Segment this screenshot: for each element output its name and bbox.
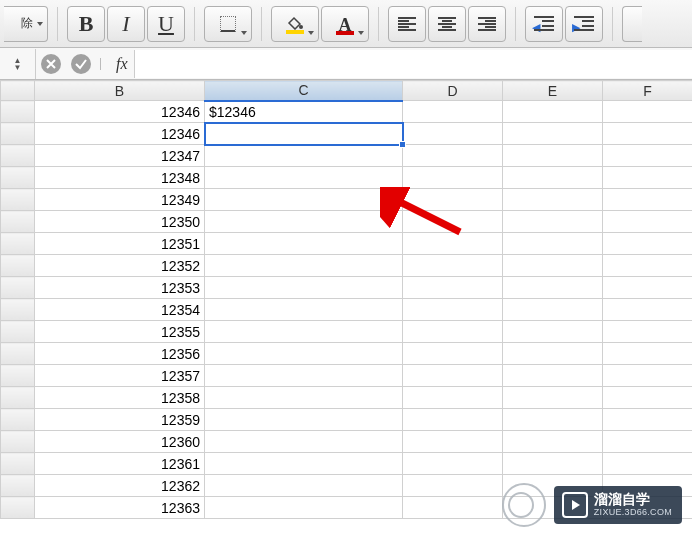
cell[interactable]: 12353 xyxy=(35,277,205,299)
cell[interactable] xyxy=(503,233,603,255)
cell[interactable] xyxy=(403,123,503,145)
cell[interactable] xyxy=(205,211,403,233)
cell[interactable] xyxy=(503,211,603,233)
cell[interactable] xyxy=(403,321,503,343)
cell[interactable] xyxy=(503,189,603,211)
row-header[interactable] xyxy=(1,189,35,211)
cell[interactable]: 12356 xyxy=(35,343,205,365)
row-header[interactable] xyxy=(1,475,35,497)
cell[interactable] xyxy=(205,321,403,343)
cell[interactable] xyxy=(403,211,503,233)
cell[interactable]: 12348 xyxy=(35,167,205,189)
column-header[interactable]: E xyxy=(503,81,603,101)
cell[interactable]: 12347 xyxy=(35,145,205,167)
cell[interactable] xyxy=(603,409,693,431)
cell[interactable] xyxy=(403,343,503,365)
cell[interactable] xyxy=(205,453,403,475)
cell[interactable]: $12346 xyxy=(205,101,403,123)
increase-indent-button[interactable]: ▶ xyxy=(565,6,603,42)
cell[interactable] xyxy=(603,365,693,387)
align-right-button[interactable] xyxy=(468,6,506,42)
fill-handle[interactable] xyxy=(399,141,406,148)
cell[interactable] xyxy=(503,409,603,431)
cell[interactable] xyxy=(205,277,403,299)
cell[interactable] xyxy=(205,409,403,431)
cell[interactable]: 12346 xyxy=(35,101,205,123)
cell[interactable] xyxy=(403,387,503,409)
row-header[interactable] xyxy=(1,101,35,123)
column-header[interactable]: D xyxy=(403,81,503,101)
cell[interactable] xyxy=(603,211,693,233)
borders-dropdown[interactable] xyxy=(204,6,252,42)
cell[interactable]: 12358 xyxy=(35,387,205,409)
cell[interactable] xyxy=(503,145,603,167)
cell[interactable] xyxy=(403,101,503,123)
row-header[interactable] xyxy=(1,123,35,145)
cell[interactable] xyxy=(403,409,503,431)
align-center-button[interactable] xyxy=(428,6,466,42)
cell[interactable] xyxy=(403,453,503,475)
row-header[interactable] xyxy=(1,233,35,255)
row-header[interactable] xyxy=(1,277,35,299)
align-left-button[interactable] xyxy=(388,6,426,42)
cell[interactable]: 12357 xyxy=(35,365,205,387)
cell[interactable] xyxy=(603,167,693,189)
cell[interactable] xyxy=(403,145,503,167)
cell[interactable] xyxy=(205,145,403,167)
cell[interactable] xyxy=(603,343,693,365)
cell[interactable] xyxy=(603,189,693,211)
cell[interactable] xyxy=(603,453,693,475)
cell[interactable]: 12360 xyxy=(35,431,205,453)
fill-color-dropdown[interactable] xyxy=(271,6,319,42)
cell[interactable]: 12355 xyxy=(35,321,205,343)
cell[interactable] xyxy=(503,167,603,189)
confirm-button[interactable] xyxy=(66,50,96,78)
cell[interactable] xyxy=(205,167,403,189)
clear-dropdown[interactable]: 除 xyxy=(4,6,48,42)
underline-button[interactable]: U xyxy=(147,6,185,42)
row-header[interactable] xyxy=(1,343,35,365)
decrease-indent-button[interactable]: ◀ xyxy=(525,6,563,42)
cell[interactable] xyxy=(205,123,403,145)
cell[interactable] xyxy=(603,101,693,123)
cancel-button[interactable] xyxy=(36,50,66,78)
cell[interactable] xyxy=(403,497,503,519)
row-header[interactable] xyxy=(1,167,35,189)
cell[interactable] xyxy=(205,189,403,211)
cell[interactable] xyxy=(503,299,603,321)
formula-input[interactable] xyxy=(134,50,692,78)
cell[interactable] xyxy=(503,255,603,277)
column-header[interactable]: C xyxy=(205,81,403,101)
row-header[interactable] xyxy=(1,321,35,343)
column-header[interactable]: B xyxy=(35,81,205,101)
cell[interactable] xyxy=(603,255,693,277)
cell[interactable] xyxy=(603,387,693,409)
cell[interactable] xyxy=(503,387,603,409)
cell[interactable] xyxy=(205,387,403,409)
cell[interactable] xyxy=(403,365,503,387)
row-header[interactable] xyxy=(1,211,35,233)
cell[interactable]: 12349 xyxy=(35,189,205,211)
cell[interactable] xyxy=(503,453,603,475)
row-header[interactable] xyxy=(1,431,35,453)
row-header[interactable] xyxy=(1,299,35,321)
cell[interactable]: 12361 xyxy=(35,453,205,475)
row-header[interactable] xyxy=(1,255,35,277)
cell[interactable] xyxy=(403,277,503,299)
column-header[interactable]: F xyxy=(603,81,693,101)
cell[interactable]: 12354 xyxy=(35,299,205,321)
spreadsheet-grid[interactable]: BCDEF 12346$1234612346123471234812349123… xyxy=(0,80,692,519)
cell[interactable] xyxy=(603,299,693,321)
cell[interactable] xyxy=(503,321,603,343)
cell[interactable]: 12351 xyxy=(35,233,205,255)
cell[interactable] xyxy=(205,431,403,453)
cell[interactable] xyxy=(503,123,603,145)
cell[interactable]: 12362 xyxy=(35,475,205,497)
cell[interactable] xyxy=(205,365,403,387)
fx-label[interactable]: fx xyxy=(116,55,128,73)
cell[interactable] xyxy=(503,343,603,365)
cell[interactable] xyxy=(205,497,403,519)
cell[interactable] xyxy=(403,475,503,497)
cell[interactable] xyxy=(403,255,503,277)
cell[interactable] xyxy=(603,321,693,343)
